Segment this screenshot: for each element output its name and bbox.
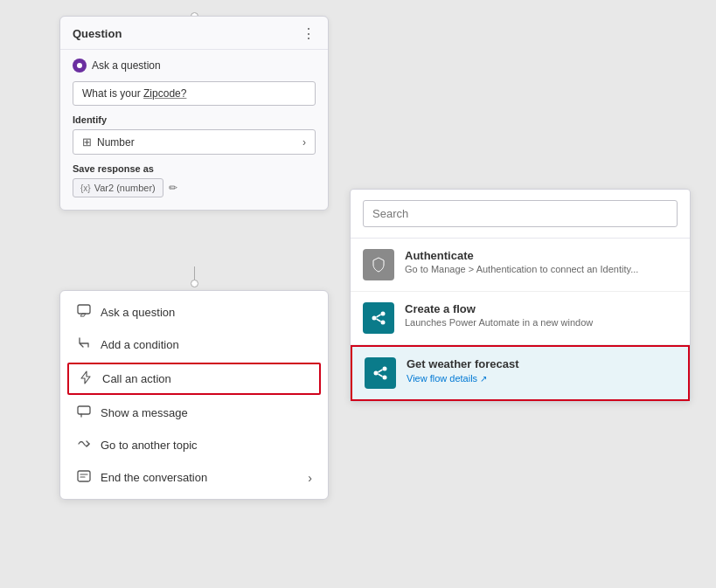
identify-left: ⊞ Number [82,135,135,149]
action-menu-item-call-action[interactable]: Call an action [67,363,321,395]
svg-rect-1 [78,406,90,414]
save-response-label: Save response as [73,163,316,174]
view-flow-details-link[interactable]: View flow details ↗ [407,373,676,384]
question-input-box[interactable]: What is your Zipcode? [73,81,316,106]
right-panel: Authenticate Go to Manage > Authenticati… [350,189,691,402]
chat-icon [76,304,92,321]
svg-point-10 [374,371,379,376]
question-text-plain: What is your [82,87,143,100]
var-icon: {x} [80,183,91,193]
svg-point-7 [381,321,386,325]
panel-item-authenticate[interactable]: Authenticate Go to Manage > Authenticati… [351,239,690,292]
end-icon [76,469,92,486]
end-conversation-chevron-icon: › [308,471,312,485]
get-weather-content: Get weather forecast View flow details ↗ [407,357,676,384]
svg-line-13 [379,370,383,372]
action-label-end-conversation: End the conversation [101,471,207,484]
connector-circle-mid [191,280,198,287]
svg-point-6 [381,312,386,316]
create-flow-title: Create a flow [405,302,678,315]
action-label-go-to-topic: Go to another topic [101,439,198,452]
question-card-menu-icon[interactable]: ⋮ [302,25,316,42]
identify-label: Identify [73,114,316,125]
question-card-title: Question [73,27,122,40]
get-weather-icon-bg [365,357,396,389]
get-weather-title: Get weather forecast [407,357,676,370]
action-menu-item-show-message[interactable]: Show a message [60,397,328,429]
message-icon [76,405,92,421]
svg-point-12 [383,376,387,380]
svg-rect-2 [78,471,90,481]
ask-question-label: Ask a question [92,59,161,72]
action-menu-item-add-condition[interactable]: Add a condition [60,329,328,361]
authenticate-content: Authenticate Go to Manage > Authenticati… [405,249,678,274]
create-flow-desc: Launches Power Automate in a new window [405,317,678,328]
action-label-show-message: Show a message [101,406,188,419]
branch-icon [76,336,92,353]
action-label-call-action: Call an action [102,372,171,385]
question-text-underline: Zipcode? [143,87,186,100]
panel-item-get-weather[interactable]: Get weather forecast View flow details ↗ [351,345,690,401]
panel-item-create-flow[interactable]: Create a flow Launches Power Automate in… [351,292,690,345]
authenticate-icon-bg [363,249,394,280]
question-card-body: Ask a question What is your Zipcode? Ide… [60,50,328,210]
svg-rect-0 [78,305,90,314]
number-table-icon: ⊞ [82,135,92,149]
ask-question-icon [73,59,87,73]
svg-line-14 [379,374,383,377]
ask-question-row: Ask a question [73,59,316,73]
svg-point-5 [372,316,377,321]
search-input[interactable] [363,200,678,227]
create-flow-content: Create a flow Launches Power Automate in… [405,302,678,328]
canvas: Question ⋮ Ask a question What is your Z… [0,0,716,588]
identify-chevron-icon: › [302,136,306,149]
external-link-icon: ↗ [480,374,487,384]
create-flow-icon-bg [363,302,394,334]
lightning-icon [78,370,94,387]
action-menu-item-end-conversation[interactable]: End the conversation › [60,461,328,494]
identify-value: Number [97,136,135,149]
var-badge-label: Var2 (number) [94,183,156,193]
svg-line-8 [377,315,381,317]
var-badge[interactable]: {x} Var2 (number) [73,178,163,197]
identify-row[interactable]: ⊞ Number › [73,129,316,155]
search-box-container [351,190,690,239]
save-response-row: {x} Var2 (number) ✏ [73,178,316,197]
view-flow-details-text: View flow details [407,373,477,384]
action-label-ask-question: Ask a question [101,306,175,319]
authenticate-title: Authenticate [405,249,678,262]
authenticate-desc: Go to Manage > Authentication to connect… [405,264,678,274]
svg-line-9 [377,319,381,322]
question-card-header: Question ⋮ [60,17,328,50]
question-card: Question ⋮ Ask a question What is your Z… [59,16,329,211]
action-menu-item-ask-question[interactable]: Ask a question [60,296,328,329]
action-menu-card: Ask a question Add a condition Call an a… [59,290,329,500]
action-menu-item-go-to-topic[interactable]: Go to another topic [60,429,328,461]
action-label-add-condition: Add a condition [101,338,179,351]
goto-icon [76,437,92,453]
edit-icon[interactable]: ✏ [169,182,177,194]
svg-point-11 [383,367,387,371]
